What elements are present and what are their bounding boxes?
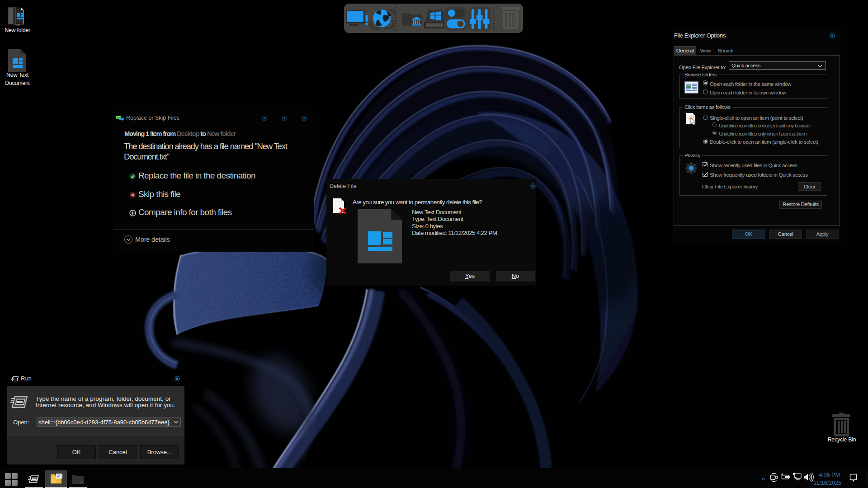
- svg-text:4:06 PM: 4:06 PM: [819, 472, 840, 478]
- svg-text:11/16/2025: 11/16/2025: [813, 480, 841, 486]
